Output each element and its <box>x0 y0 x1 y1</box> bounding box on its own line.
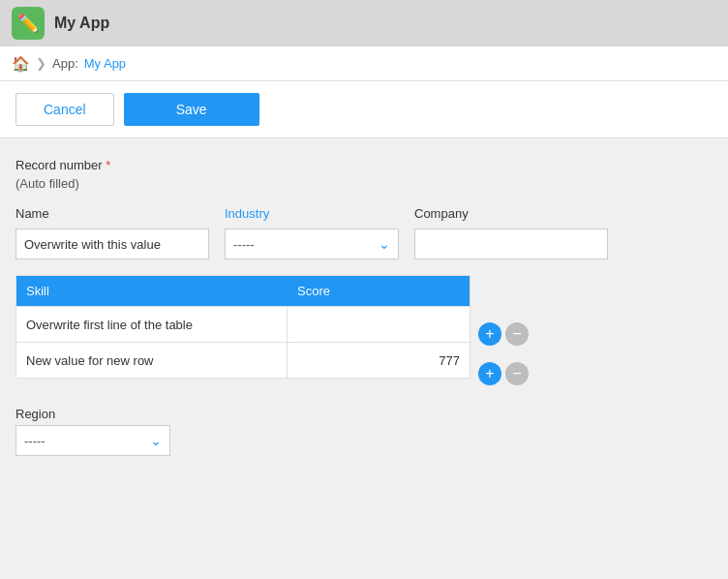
app-icon: ✏️ <box>12 7 45 40</box>
breadcrumb-separator: ❯ <box>36 56 46 71</box>
industry-chevron-icon: ⌄ <box>379 236 390 252</box>
fields-row: Name Industry ----- ⌄ Company <box>15 206 713 259</box>
skill-input-2[interactable] <box>20 347 283 374</box>
table-row <box>16 342 470 378</box>
region-select-value: ----- <box>24 434 46 448</box>
cancel-button[interactable]: Cancel <box>15 93 114 126</box>
toolbar: Cancel Save <box>0 81 728 138</box>
industry-select-value: ----- <box>233 237 255 252</box>
industry-select[interactable]: ----- ⌄ <box>225 229 399 259</box>
record-number-section: Record number * (Auto filled) <box>15 158 713 191</box>
score-input-2[interactable] <box>291 347 466 374</box>
table-row <box>16 306 470 342</box>
add-row-2-button[interactable]: + <box>478 362 501 385</box>
skill-column-header: Skill <box>16 276 288 306</box>
score-cell-1 <box>288 307 470 342</box>
save-button[interactable]: Save <box>124 93 259 126</box>
row-actions: + − + − <box>478 275 529 391</box>
score-cell-2 <box>288 343 470 378</box>
region-section: Region ----- ⌄ <box>15 407 713 456</box>
industry-field-group: Industry ----- ⌄ <box>225 206 399 259</box>
breadcrumb: 🏠 ❯ App: My App <box>0 46 728 81</box>
table-header: Skill Score <box>16 276 470 306</box>
skill-score-table: Skill Score <box>15 275 470 379</box>
region-select[interactable]: ----- ⌄ <box>15 425 170 456</box>
app-title: My App <box>54 15 109 32</box>
score-column-header: Score <box>288 276 470 306</box>
score-input-1[interactable] <box>291 311 466 338</box>
region-chevron-icon: ⌄ <box>150 433 162 448</box>
auto-filled-text: (Auto filled) <box>15 176 713 191</box>
breadcrumb-prefix: App: <box>52 56 78 71</box>
app-header: ✏️ My App <box>0 0 728 46</box>
table-section: Skill Score <box>15 275 713 391</box>
skill-cell-2 <box>16 343 288 378</box>
row-2-actions: + − <box>478 355 529 391</box>
skill-input-1[interactable] <box>20 311 283 338</box>
add-row-1-button[interactable]: + <box>478 322 501 346</box>
home-icon[interactable]: 🏠 <box>12 55 30 73</box>
record-number-label: Record number * <box>15 158 713 172</box>
name-field-group: Name <box>15 206 209 259</box>
row-1-actions: + − <box>478 316 529 351</box>
company-input[interactable] <box>414 229 608 259</box>
breadcrumb-app-link[interactable]: My App <box>84 56 126 71</box>
company-field-group: Company <box>414 206 608 259</box>
name-label: Name <box>15 206 209 221</box>
main-content: Record number * (Auto filled) Name Indus… <box>0 138 728 475</box>
name-input[interactable] <box>15 229 209 259</box>
remove-row-2-button[interactable]: − <box>505 362 529 385</box>
skill-cell-1 <box>16 307 288 342</box>
remove-row-1-button[interactable]: − <box>505 322 529 346</box>
industry-label: Industry <box>225 206 399 221</box>
region-label: Region <box>15 407 713 421</box>
company-label: Company <box>414 206 608 221</box>
app-icon-symbol: ✏️ <box>17 13 39 34</box>
required-indicator: * <box>106 158 110 172</box>
